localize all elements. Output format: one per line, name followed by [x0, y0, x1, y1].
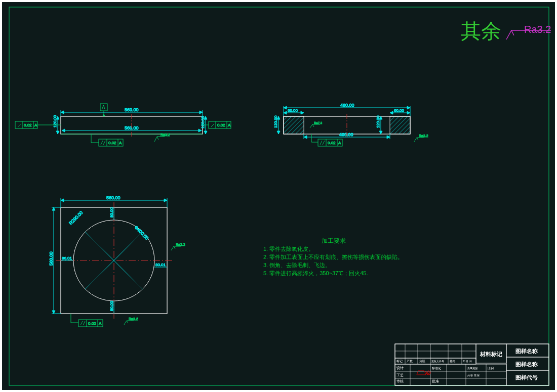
svg-text:Ra7.2: Ra7.2	[314, 121, 323, 124]
svg-text:年.月.日: 年.月.日	[463, 360, 472, 363]
svg-text:60.00: 60.00	[288, 108, 298, 113]
tolerance-flatness-right: 0.02 A	[203, 121, 231, 128]
surface-finish-ra: Ra3.2	[524, 24, 551, 35]
svg-text:80.01: 80.01	[62, 256, 72, 260]
svg-text:Ra3.2: Ra3.2	[161, 133, 170, 137]
datum-a: A	[100, 104, 107, 116]
svg-text:60.00: 60.00	[394, 108, 405, 113]
req-item: 2. 零件加工表面上不应有划痕、擦伤等损伤表面的缺陷。	[263, 254, 403, 260]
svg-text:80.00: 80.00	[109, 300, 114, 311]
svg-text:标准化: 标准化	[431, 367, 441, 370]
title-block: 图样名称 图样名称 图样代号 材料标记 标记 产数 分区 更改文件号 签名 年.…	[395, 344, 549, 385]
svg-text:A: A	[34, 123, 37, 127]
surface-symbol-icon	[506, 30, 522, 39]
svg-line-68	[320, 141, 322, 145]
svg-text:A: A	[228, 123, 231, 127]
svg-text:产数: 产数	[407, 359, 413, 363]
svg-text:Ra3.2: Ra3.2	[419, 134, 428, 138]
svg-text:120.00: 120.00	[273, 115, 278, 128]
svg-text:400.00: 400.00	[339, 132, 353, 137]
svg-text:比例: 比例	[488, 367, 494, 370]
svg-text:0.02: 0.02	[88, 321, 96, 326]
svg-line-69	[323, 141, 325, 145]
req-item: 3. 倒角、去除毛刺、飞边。	[263, 262, 331, 268]
svg-text:0.02: 0.02	[217, 123, 225, 127]
view-side: 480.00 60.00 60.00 400.00 120.00 120.00	[273, 103, 428, 146]
svg-text:分区: 分区	[419, 360, 425, 363]
svg-text:0.02: 0.02	[328, 141, 336, 145]
svg-text:480.00: 480.00	[340, 103, 354, 108]
svg-text:560.00: 560.00	[125, 107, 139, 112]
svg-text:签名: 签名	[450, 360, 456, 363]
svg-text:共 张 第 张: 共 张 第 张	[467, 374, 480, 377]
dim-height-left: 120.00	[53, 115, 59, 134]
svg-text:审核: 审核	[396, 379, 404, 383]
svg-line-35	[101, 141, 103, 145]
svg-text:120.00: 120.00	[201, 116, 205, 128]
cad-drawing: 其余 Ra3.2 A 560.00 560	[0, 0, 557, 392]
req-item: 1. 零件去除氧化皮。	[263, 246, 314, 252]
svg-text:R290.00: R290.00	[68, 210, 84, 226]
requirements-block: 加工要求 1. 零件去除氧化皮。 2. 零件加工表面上不应有划痕、擦伤等损伤表面…	[263, 237, 403, 276]
svg-text:0.02: 0.02	[108, 141, 116, 145]
req-item: 5. 零件进行高频淬火，350~37℃；回火45.	[263, 270, 368, 276]
svg-text:A: A	[102, 105, 105, 110]
requirements-title: 加工要求	[322, 237, 346, 244]
svg-line-36	[103, 141, 105, 145]
svg-text:图样代号: 图样代号	[515, 374, 538, 380]
svg-text:80.01: 80.01	[155, 263, 166, 267]
svg-text:120.00: 120.00	[376, 115, 380, 128]
svg-text:材料标记: 材料标记	[480, 351, 502, 357]
svg-text:图样名称: 图样名称	[515, 348, 538, 354]
svg-text:120.00: 120.00	[53, 115, 57, 127]
svg-text:560.00: 560.00	[106, 195, 121, 200]
svg-line-19	[18, 124, 21, 127]
svg-text:图样名称: 图样名称	[515, 361, 538, 367]
svg-line-105	[83, 321, 85, 325]
svg-point-147	[427, 372, 429, 374]
svg-rect-44	[390, 116, 410, 134]
svg-text:A: A	[338, 141, 341, 145]
surface-finish-note: 其余 Ra3.2	[461, 20, 551, 42]
svg-text:工艺: 工艺	[396, 373, 404, 377]
view-top: A 560.00 560.00 120.00	[15, 104, 231, 146]
svg-text:更改文件号: 更改文件号	[431, 360, 444, 363]
surface-finish-text: 其余	[461, 20, 501, 42]
svg-rect-43	[284, 116, 304, 134]
svg-text:A: A	[119, 141, 122, 145]
outer-border	[1, 1, 556, 391]
svg-text:质量英国: 质量英国	[467, 367, 478, 370]
tolerance-parallel-bottom: 0.02 A	[91, 134, 123, 146]
view-plan: R290.00 Φ400.00 560.00 560.00 80.00 80.0…	[49, 195, 185, 327]
inner-border	[9, 7, 549, 385]
svg-text:560.00: 560.00	[49, 251, 54, 266]
svg-text:0.02: 0.02	[24, 123, 32, 127]
svg-line-104	[81, 321, 83, 325]
svg-text:80.00: 80.00	[109, 207, 114, 217]
svg-text:Ra3.2: Ra3.2	[129, 317, 138, 321]
svg-line-26	[211, 124, 214, 127]
svg-text:设计: 设计	[396, 366, 404, 370]
svg-text:批准: 批准	[432, 379, 439, 383]
svg-text:标记: 标记	[396, 360, 403, 363]
svg-text:Ra3.2: Ra3.2	[176, 243, 185, 246]
svg-text:A: A	[99, 321, 102, 326]
